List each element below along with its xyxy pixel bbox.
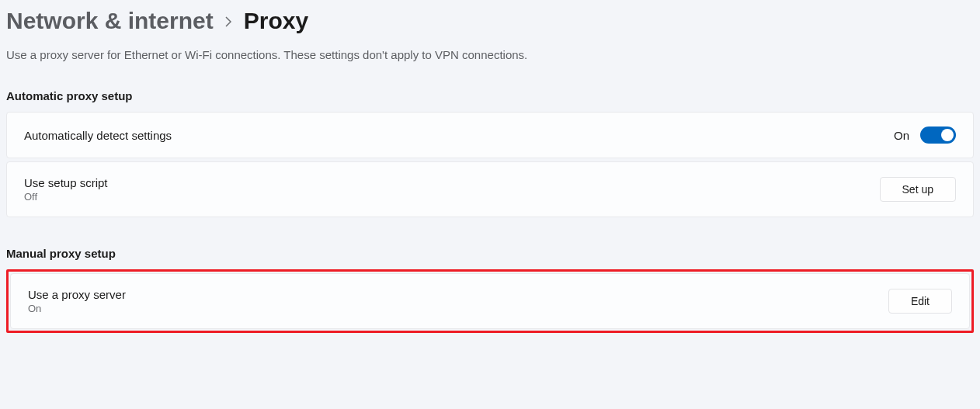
page-title: Proxy [244,8,308,34]
card-auto-detect[interactable]: Automatically detect settings On [6,112,974,158]
card-use-proxy[interactable]: Use a proxy server On Edit [10,273,970,329]
section-title-automatic: Automatic proxy setup [6,89,974,102]
card-setup-script[interactable]: Use setup script Off Set up [6,161,974,217]
edit-proxy-button[interactable]: Edit [888,289,952,314]
setup-script-button[interactable]: Set up [880,177,956,202]
use-proxy-label: Use a proxy server [28,288,126,301]
setup-script-status: Off [24,191,108,203]
toggle-knob [941,129,954,141]
highlight-box: Use a proxy server On Edit [6,269,974,333]
use-proxy-status: On [28,303,126,314]
breadcrumb: Network & internet Proxy [6,8,974,34]
section-title-manual: Manual proxy setup [6,247,974,260]
auto-detect-toggle[interactable] [920,127,956,144]
page-description: Use a proxy server for Ethernet or Wi-Fi… [6,48,974,61]
chevron-right-icon [224,14,233,32]
breadcrumb-parent-link[interactable]: Network & internet [6,8,214,34]
setup-script-label: Use setup script [24,176,108,189]
auto-detect-state-label: On [894,129,909,142]
auto-detect-label: Automatically detect settings [24,129,172,142]
